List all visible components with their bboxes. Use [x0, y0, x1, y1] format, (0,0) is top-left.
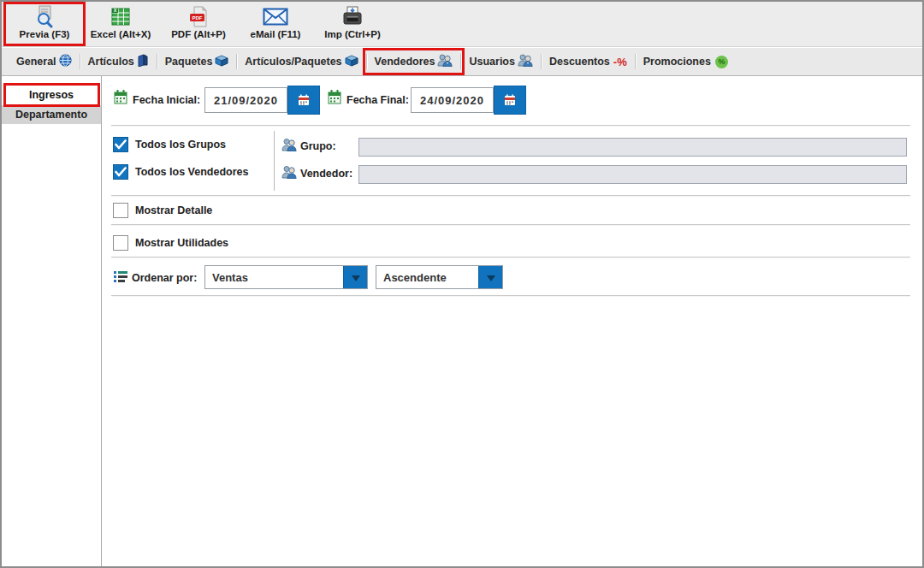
ordenar-direccion-value: Ascendente — [383, 271, 447, 284]
ordenar-por-row: Ordenar por: Ventas Ascendente — [103, 265, 922, 291]
tab-articulos-paquetes-label: Artículos/Paquetes — [245, 56, 341, 68]
email-label: eMail (F11) — [251, 29, 301, 39]
calendar-icon — [327, 89, 342, 109]
separator — [111, 195, 910, 196]
todos-los-vendedores-checkbox[interactable] — [113, 164, 128, 180]
pdf-icon: PDF — [188, 5, 209, 28]
separator — [111, 257, 910, 257]
print-label: Imp (Ctrl+P) — [324, 29, 381, 39]
printer-icon — [341, 5, 364, 28]
tab-bar: General Artículos — [2, 48, 922, 76]
globe-icon — [59, 54, 72, 69]
grupo-input[interactable] — [358, 138, 907, 157]
excel-label: Excel (Alt+X) — [91, 29, 151, 39]
email-button[interactable]: eMail (F11) — [238, 3, 313, 44]
package-icon — [215, 54, 228, 69]
tab-vendedores-label: Vendedores — [375, 56, 435, 68]
people-icon — [518, 54, 533, 69]
tab-vendedores[interactable]: Vendedores — [367, 50, 461, 73]
email-icon — [263, 5, 288, 28]
people-icon — [281, 138, 297, 155]
calendar-icon — [113, 89, 128, 109]
sidebar: Ingresos Departamento — [2, 76, 102, 566]
excel-icon: X — [110, 5, 131, 28]
grupos-row: Todos los Grupos Grupo: — [103, 137, 922, 157]
tab-general-label: General — [16, 56, 56, 68]
promo-percent-icon: % — [715, 56, 728, 68]
group-filter-block: Todos los Grupos Grupo: — [103, 131, 922, 192]
mini-calendar-icon — [297, 93, 311, 107]
tab-usuarios-label: Usuarios — [469, 56, 515, 68]
vendedor-label: Vendedor: — [300, 168, 352, 180]
ordenar-direccion-select[interactable]: Ascendente — [376, 265, 503, 289]
mostrar-detalle-checkbox[interactable] — [113, 203, 128, 218]
svg-text:PDF: PDF — [192, 15, 203, 20]
report-filter-panel: Fecha Inicial: — [103, 76, 922, 566]
mostrar-detalle-label: Mostrar Detalle — [135, 204, 212, 216]
chevron-down-icon — [487, 275, 495, 286]
app-window: Previa (F3) X Excel (Alt+X) — [0, 0, 924, 568]
tab-paquetes-label: Paquetes — [165, 56, 213, 68]
tab-paquetes[interactable]: Paquetes — [157, 50, 237, 73]
ordenar-campo-value: Ventas — [212, 271, 248, 284]
fecha-inicial-calendar-button[interactable] — [287, 86, 320, 115]
sort-icon — [113, 269, 128, 287]
previa-label: Previa (F3) — [20, 29, 70, 39]
fecha-final-label: Fecha Final: — [346, 94, 409, 106]
vendedores-row: Todos los Vendedores Vendedor: — [103, 164, 922, 185]
tab-articulos-paquetes[interactable]: Artículos/Paquetes — [237, 50, 365, 73]
todos-los-vendedores-label: Todos los Vendedores — [135, 166, 248, 178]
package-icon — [345, 54, 358, 69]
tab-articulos-label: Artículos — [88, 56, 134, 68]
separator — [111, 125, 910, 126]
sidebar-item-departamento-label: Departamento — [15, 109, 87, 121]
vendedor-input[interactable] — [358, 165, 907, 184]
pdf-button[interactable]: PDF PDF (Alt+P) — [161, 3, 236, 44]
tab-descuentos[interactable]: Descuentos -% — [542, 50, 635, 73]
fecha-final-input[interactable] — [411, 87, 494, 113]
ordenar-por-label: Ordenar por: — [132, 272, 197, 284]
grupo-label: Grupo: — [300, 140, 336, 152]
dropdown-arrow-button[interactable] — [343, 266, 367, 288]
ordenar-campo-select[interactable]: Ventas — [204, 265, 368, 289]
tab-general[interactable]: General — [9, 50, 80, 73]
tab-promociones[interactable]: Promociones % — [636, 50, 736, 73]
sidebar-item-ingresos-label: Ingresos — [29, 89, 74, 101]
checkmark-icon — [115, 167, 127, 177]
todos-los-grupos-label: Todos los Grupos — [135, 139, 226, 151]
articles-icon — [137, 54, 149, 69]
todos-los-grupos-checkbox[interactable] — [113, 137, 128, 152]
content-area: Ingresos Departamento — [2, 76, 922, 566]
preview-icon — [33, 5, 56, 28]
tab-usuarios[interactable]: Usuarios — [461, 50, 541, 73]
dropdown-arrow-button[interactable] — [478, 266, 502, 288]
svg-text:X: X — [114, 8, 117, 13]
tab-promociones-label: Promociones — [643, 56, 711, 68]
mostrar-utilidades-checkbox[interactable] — [113, 235, 128, 251]
chevron-down-icon — [352, 275, 360, 286]
mostrar-utilidades-row: Mostrar Utilidades — [103, 234, 922, 253]
fecha-final-calendar-button[interactable] — [494, 86, 526, 115]
tab-descuentos-label: Descuentos — [549, 56, 610, 68]
tab-articulos[interactable]: Artículos — [80, 50, 157, 73]
mini-calendar-icon — [503, 93, 517, 107]
mostrar-detalle-row: Mostrar Detalle — [103, 202, 922, 221]
people-icon — [437, 54, 453, 69]
pdf-label: PDF (Alt+P) — [171, 29, 226, 39]
sidebar-item-ingresos[interactable]: Ingresos — [2, 86, 101, 104]
fecha-inicial-label: Fecha Inicial: — [133, 94, 200, 106]
sidebar-item-departamento[interactable]: Departamento — [2, 105, 101, 124]
mostrar-utilidades-label: Mostrar Utilidades — [135, 237, 228, 249]
date-range-row: Fecha Inicial: — [103, 84, 922, 120]
discount-percent-icon: -% — [613, 56, 627, 68]
people-icon — [281, 165, 297, 182]
separator — [111, 295, 910, 296]
print-button[interactable]: Imp (Ctrl+P) — [315, 3, 390, 44]
fecha-inicial-input[interactable] — [204, 87, 287, 113]
checkmark-icon — [115, 139, 127, 150]
toolbar: Previa (F3) X Excel (Alt+X) — [2, 2, 922, 47]
previa-button[interactable]: Previa (F3) — [7, 3, 82, 44]
separator — [111, 224, 910, 225]
excel-button[interactable]: X Excel (Alt+X) — [83, 3, 158, 44]
